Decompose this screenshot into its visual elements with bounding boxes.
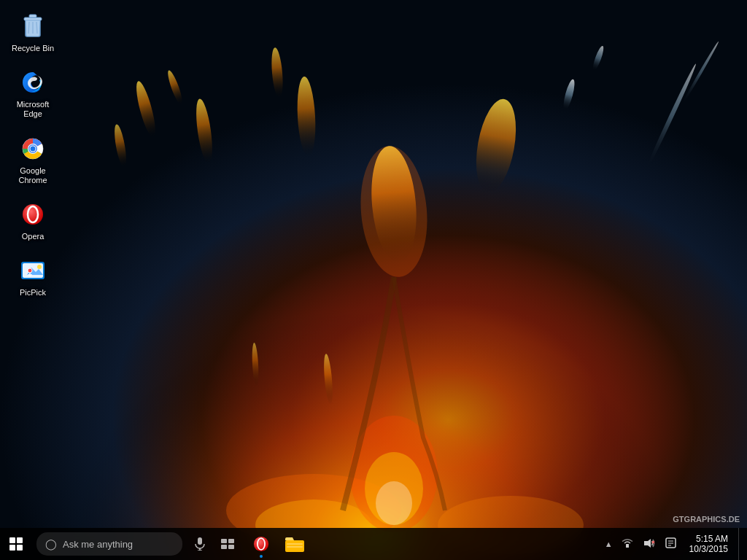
recycle-bin-image — [18, 12, 47, 41]
edge-image — [18, 68, 47, 97]
show-desktop-button[interactable] — [738, 528, 743, 560]
show-hidden-icons-button[interactable]: ▲ — [603, 538, 614, 550]
svg-rect-50 — [228, 539, 234, 543]
search-placeholder-text: Ask me anything — [63, 539, 133, 550]
clock-date: 10/3/2015 — [689, 544, 728, 554]
start-button[interactable] — [0, 528, 32, 560]
svg-point-42 — [37, 265, 42, 269]
chrome-image — [18, 134, 47, 163]
svg-rect-51 — [221, 545, 227, 549]
svg-point-36 — [31, 146, 36, 151]
system-clock[interactable]: 5:15 AM 10/3/2015 — [684, 532, 734, 556]
desktop-icons-container: Recycle Bin Microsoft Edge — [0, 0, 66, 309]
picpick-image — [18, 256, 47, 285]
recycle-bin-icon-desktop[interactable]: Recycle Bin — [4, 7, 62, 58]
desktop: GTGRAPHICS.DE Recycle Bin — [0, 0, 747, 560]
cortana-search[interactable]: ◯ Ask me anything — [36, 532, 182, 556]
wallpaper-overlay — [0, 0, 747, 560]
svg-rect-56 — [287, 543, 303, 545]
svg-point-43 — [28, 268, 32, 273]
cortana-circle-icon: ◯ — [45, 538, 57, 550]
microphone-button[interactable] — [187, 531, 213, 557]
svg-rect-26 — [24, 18, 42, 20]
svg-rect-58 — [626, 544, 629, 548]
taskbar-opera-app[interactable] — [245, 528, 277, 560]
opera-icon-desktop[interactable]: Opera — [4, 195, 62, 246]
volume-icon[interactable] — [640, 537, 658, 552]
network-icon[interactable] — [619, 537, 636, 552]
picpick-label: PicPick — [20, 288, 46, 298]
svg-rect-49 — [221, 539, 227, 543]
microsoft-edge-icon-desktop[interactable]: Microsoft Edge — [4, 63, 62, 123]
system-tray: ▲ — [603, 528, 747, 560]
google-chrome-label: Google Chrome — [7, 166, 59, 185]
taskbar-file-explorer-app[interactable] — [279, 528, 311, 560]
opera-label: Opera — [22, 232, 44, 241]
google-chrome-icon-desktop[interactable]: Google Chrome — [4, 130, 62, 190]
svg-rect-57 — [287, 546, 303, 548]
svg-rect-46 — [198, 537, 202, 545]
recycle-bin-label: Recycle Bin — [12, 44, 54, 53]
taskbar: ◯ Ask me anything — [0, 528, 747, 560]
svg-marker-59 — [644, 539, 651, 548]
svg-rect-52 — [228, 545, 234, 549]
task-view-button[interactable] — [214, 531, 241, 557]
picpick-icon-desktop[interactable]: PicPick — [4, 252, 62, 302]
svg-rect-27 — [29, 15, 36, 18]
microsoft-edge-label: Microsoft Edge — [7, 100, 59, 119]
clock-time: 5:15 AM — [696, 534, 728, 544]
action-center-icon[interactable] — [662, 536, 679, 552]
taskbar-pinned-apps — [245, 528, 311, 560]
windows-logo — [9, 537, 23, 551]
opera-image — [18, 200, 47, 229]
watermark: GTGRAPHICS.DE — [673, 515, 740, 524]
